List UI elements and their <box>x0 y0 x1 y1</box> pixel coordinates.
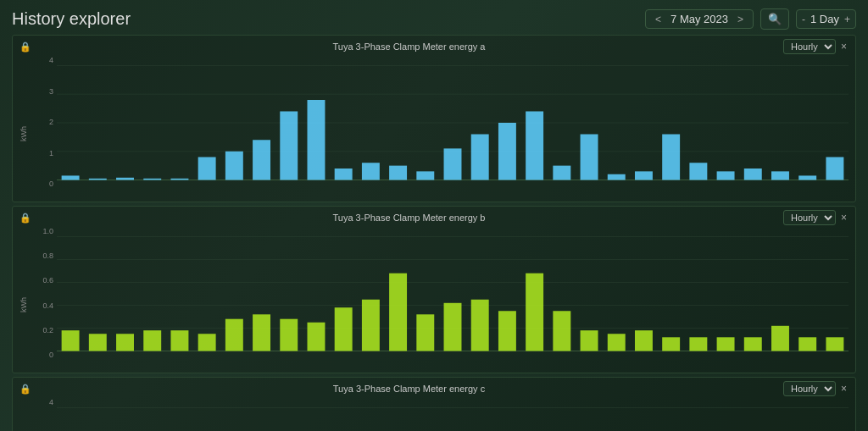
svg-rect-21 <box>471 135 489 180</box>
svg-rect-16 <box>335 169 353 180</box>
svg-rect-15 <box>307 100 325 180</box>
chart-b-main: kWh 1.0 0.8 0.6 0.4 0.2 0 10:0012:0014:0… <box>19 227 849 371</box>
svg-rect-9 <box>143 179 161 180</box>
chart-b-close-button[interactable]: × <box>839 212 849 224</box>
svg-rect-8 <box>116 178 134 180</box>
chart-b-y-axis-group: kWh 1.0 0.8 0.6 0.4 0.2 0 <box>19 227 57 371</box>
svg-rect-68 <box>771 326 789 351</box>
chart-c-controls: Hourly × <box>783 381 849 396</box>
chart-b-lock-icon: 🔒 <box>19 213 31 224</box>
header-controls: < 7 May 2023 > 🔍 - 1 Day + <box>645 8 856 30</box>
svg-rect-20 <box>444 148 462 180</box>
chart-c-area: 10:0012:0014:0016:0018:0020:0022:008 May… <box>57 398 849 431</box>
svg-rect-43 <box>89 334 107 351</box>
svg-rect-66 <box>717 337 735 351</box>
svg-rect-58 <box>498 311 516 351</box>
day-control: - 1 Day + <box>796 9 856 29</box>
svg-rect-33 <box>798 175 816 180</box>
chart-b-resolution-select[interactable]: Hourly <box>783 210 836 225</box>
svg-rect-34 <box>826 157 843 180</box>
chart-c-main: kWh 4 3 2 1 0 10:0012:0014:0016:0018:002… <box>19 398 849 431</box>
day-minus-button[interactable]: - <box>802 14 805 25</box>
svg-rect-11 <box>198 157 216 180</box>
chart-c-svg <box>57 398 849 431</box>
chart-a-resolution-select[interactable]: Hourly <box>783 39 836 54</box>
chart-c-y-axis-group: kWh 4 3 2 1 0 <box>19 398 57 431</box>
svg-rect-52 <box>335 307 353 351</box>
chart-a-y-axis: 4 3 2 1 0 <box>31 56 57 200</box>
page-title: History explorer <box>12 9 131 29</box>
svg-rect-60 <box>553 311 570 351</box>
chart-b-svg <box>57 227 849 371</box>
svg-rect-28 <box>662 135 680 180</box>
svg-rect-31 <box>744 169 762 180</box>
svg-rect-25 <box>581 135 598 180</box>
chart-a-y-axis-group: kWh 4 3 2 1 0 <box>19 56 57 200</box>
chart-b-block: 🔒 Tuya 3-Phase Clamp Meter energy b Hour… <box>12 206 856 373</box>
svg-rect-70 <box>826 337 843 351</box>
next-date-button[interactable]: > <box>735 14 746 25</box>
chart-c-title: Tuya 3-Phase Clamp Meter energy c <box>35 384 783 394</box>
svg-rect-51 <box>307 323 325 351</box>
svg-rect-14 <box>280 112 298 180</box>
header-row: History explorer < 7 May 2023 > 🔍 - 1 Da… <box>12 8 856 30</box>
chart-c-header: 🔒 Tuya 3-Phase Clamp Meter energy c Hour… <box>19 381 849 396</box>
search-button[interactable]: 🔍 <box>760 8 789 30</box>
day-plus-button[interactable]: + <box>844 14 850 25</box>
chart-b-y-label: kWh <box>19 227 30 371</box>
svg-rect-55 <box>416 314 434 351</box>
svg-rect-22 <box>498 123 516 180</box>
chart-a-close-button[interactable]: × <box>839 41 849 52</box>
svg-rect-32 <box>771 171 789 180</box>
svg-rect-49 <box>253 314 270 351</box>
prev-date-button[interactable]: < <box>653 14 664 25</box>
chart-c-y-axis: 4 3 2 1 0 <box>31 398 57 431</box>
chart-c-resolution-select[interactable]: Hourly <box>783 381 836 396</box>
svg-rect-62 <box>608 334 626 351</box>
svg-rect-42 <box>62 330 80 351</box>
svg-rect-64 <box>662 337 680 351</box>
svg-rect-53 <box>362 300 380 351</box>
chart-c-close-button[interactable]: × <box>839 383 849 395</box>
svg-rect-19 <box>416 171 434 180</box>
page: History explorer < 7 May 2023 > 🔍 - 1 Da… <box>0 0 868 431</box>
chart-b-area: 10:0012:0014:0016:0018:0020:0022:008 May… <box>57 227 849 371</box>
svg-rect-44 <box>116 334 134 351</box>
svg-rect-63 <box>635 330 653 351</box>
svg-rect-45 <box>143 330 161 351</box>
chart-c-y-label: kWh <box>19 398 30 431</box>
svg-rect-17 <box>362 163 380 180</box>
chart-c-lock-icon: 🔒 <box>19 384 31 395</box>
chart-a-lock-icon: 🔒 <box>19 41 31 52</box>
svg-rect-54 <box>389 274 407 351</box>
chart-a-svg <box>57 56 849 200</box>
chart-a-controls: Hourly × <box>783 39 849 54</box>
charts-area: 🔒 Tuya 3-Phase Clamp Meter energy a Hour… <box>12 35 856 431</box>
svg-rect-69 <box>798 337 816 351</box>
chart-b-controls: Hourly × <box>783 210 849 225</box>
chart-b-header: 🔒 Tuya 3-Phase Clamp Meter energy b Hour… <box>19 210 849 225</box>
chart-c-block: 🔒 Tuya 3-Phase Clamp Meter energy c Hour… <box>12 377 856 431</box>
chart-a-y-label: kWh <box>19 56 30 200</box>
svg-rect-23 <box>526 112 543 180</box>
svg-rect-6 <box>62 175 80 180</box>
chart-a-area: 10:0012:0014:0016:0018:0020:0022:008 May… <box>57 56 849 200</box>
svg-rect-12 <box>225 152 243 180</box>
svg-rect-30 <box>717 171 735 180</box>
svg-rect-7 <box>89 179 107 180</box>
svg-rect-24 <box>553 166 570 180</box>
chart-a-main: kWh 4 3 2 1 0 10:0012:0014:0016:0018:002… <box>19 56 849 200</box>
svg-rect-27 <box>635 171 653 180</box>
svg-rect-46 <box>170 330 188 351</box>
svg-rect-26 <box>608 174 626 180</box>
svg-rect-57 <box>471 300 489 351</box>
svg-rect-65 <box>689 337 707 351</box>
svg-rect-50 <box>280 319 298 351</box>
svg-rect-10 <box>170 179 188 180</box>
date-navigator: < 7 May 2023 > <box>645 9 754 29</box>
svg-rect-18 <box>389 166 407 180</box>
day-value: 1 Day <box>807 13 843 25</box>
chart-a-block: 🔒 Tuya 3-Phase Clamp Meter energy a Hour… <box>12 35 856 202</box>
chart-a-header: 🔒 Tuya 3-Phase Clamp Meter energy a Hour… <box>19 39 849 54</box>
chart-b-title: Tuya 3-Phase Clamp Meter energy b <box>35 213 783 223</box>
